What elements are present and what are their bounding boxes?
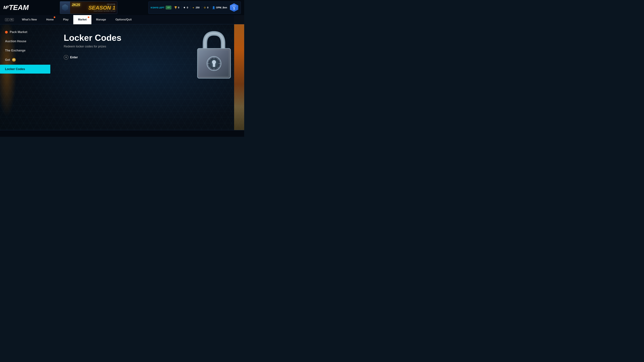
- sidebar: Pack Market Auction House The Exchange G…: [0, 24, 54, 130]
- season-banner[interactable]: SEASON SEASON 1 FEATURING JAYSON TATUM 2…: [60, 1, 117, 14]
- lock-icon-area: [194, 28, 234, 81]
- sidebar-item-locker-codes[interactable]: Locker Codes: [0, 65, 50, 73]
- logo: My TEAM: [3, 3, 29, 11]
- tokens-stat: ⚜ 0: [182, 6, 189, 9]
- logo-my-text: My: [3, 5, 9, 10]
- stats-bar: 9 DAYS LEFT XP 🏆 0 ⚜ 0 ● 250 ⊙ 0 👤 OPM_B…: [148, 1, 241, 14]
- pack-market-dot: [5, 31, 8, 33]
- nav-manage[interactable]: Manage: [92, 15, 111, 24]
- username-display: 👤 OPM_Ben: [211, 6, 228, 9]
- lock-icon-svg: [194, 28, 234, 81]
- level-number: 1: [233, 6, 235, 10]
- hex-decoration: [62, 4, 68, 11]
- sidebar-item-the-exchange[interactable]: The Exchange: [0, 46, 54, 55]
- days-left-label: 9 DAYS LEFT: [150, 6, 164, 9]
- header: My TEAM SEASON SEASON 1 FEATURING JAYSON…: [0, 0, 244, 15]
- logo-team-text: TEAM: [9, 3, 29, 11]
- sidebar-item-auction-house[interactable]: Auction House: [0, 37, 54, 46]
- bottom-bar: [0, 130, 244, 137]
- nav-play[interactable]: Play: [58, 15, 73, 24]
- season-hex: [60, 1, 70, 14]
- r1-button[interactable]: R1: [10, 18, 14, 21]
- nav-whats-new[interactable]: What's New: [17, 15, 42, 24]
- season-image-area: SEASON SEASON 1 FEATURING JAYSON TATUM 2…: [70, 1, 117, 14]
- nav-market[interactable]: Market: [73, 15, 92, 24]
- home-notification-dot: [54, 16, 55, 18]
- mt-value: 0: [178, 6, 179, 9]
- main-content: Pack Market Auction House The Exchange G…: [0, 24, 244, 130]
- nav-controls: L1 R1: [5, 18, 14, 21]
- nav-home[interactable]: Home: [42, 15, 58, 24]
- coins-value: 0: [207, 6, 208, 9]
- tokens-value: 0: [187, 6, 188, 9]
- level-badge: LEVEL 1: [230, 3, 238, 12]
- season-featuring: FEATURING JAYSON TATUM: [94, 10, 116, 12]
- nav-options-quit[interactable]: Options/Quit: [111, 15, 136, 24]
- vc-stat: ● 250: [190, 6, 200, 9]
- mt-stat: 🏆 0: [173, 6, 180, 9]
- vc-value: 250: [196, 6, 200, 9]
- coins-stat: ⊙ 0: [202, 6, 210, 9]
- enter-label: Enter: [70, 56, 78, 59]
- tokens-icon: ⚜: [183, 6, 186, 9]
- vc-icon: ●: [192, 6, 195, 9]
- sidebar-item-pack-market[interactable]: Pack Market: [0, 28, 54, 36]
- mt-icon: 🏆: [174, 6, 177, 9]
- vc-currency-icon: VC: [12, 58, 16, 62]
- sidebar-item-get-vc[interactable]: Get VC: [0, 55, 54, 64]
- level-badge-container: LEVEL 1: [230, 3, 239, 12]
- svg-rect-5: [213, 63, 215, 67]
- l1-button[interactable]: L1: [5, 18, 9, 21]
- username-text: OPM_Ben: [216, 6, 227, 9]
- navigation-bar: L1 R1 What's New Home Play Market Manage…: [0, 15, 244, 24]
- x-button-icon: ✕: [64, 55, 68, 60]
- season-label: SEASON 1: [88, 5, 116, 10]
- coins-icon: ⊙: [203, 6, 206, 9]
- xp-badge: XP: [166, 6, 172, 9]
- game-title-badge: 2K25: [72, 3, 80, 7]
- market-notification-dot: [88, 16, 90, 18]
- content-panel: Locker Codes Redeem locker codes for pri…: [54, 24, 244, 130]
